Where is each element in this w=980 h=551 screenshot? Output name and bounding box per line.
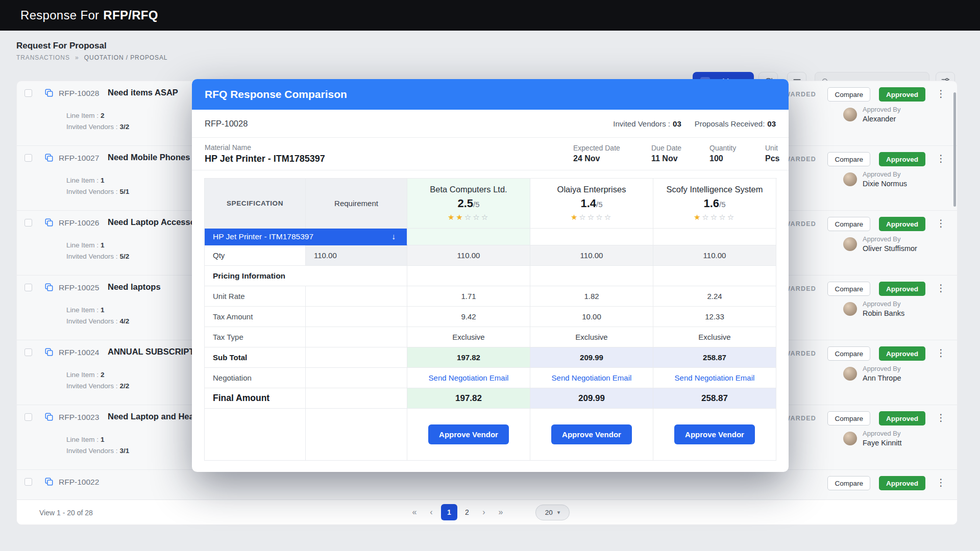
approved-by-block: Approved By Faye Kinnitt bbox=[863, 430, 902, 447]
copy-icon[interactable] bbox=[44, 347, 54, 359]
material-name-label: Material Name bbox=[205, 143, 251, 152]
row-checkbox[interactable] bbox=[24, 154, 32, 162]
next-page-button[interactable]: › bbox=[477, 504, 491, 520]
approver-avatar bbox=[843, 108, 857, 121]
approved-badge: Approved bbox=[879, 411, 925, 425]
page-title: Request For Proposal bbox=[16, 41, 107, 51]
approved-by-block: Approved By Dixie Normus bbox=[863, 170, 907, 188]
chevron-down-icon: ▾ bbox=[557, 509, 560, 516]
rfp-id[interactable]: RFP-10024 bbox=[59, 348, 99, 357]
copy-icon[interactable] bbox=[44, 218, 54, 229]
rfp-title[interactable]: Need Laptop and Hea bbox=[108, 412, 194, 421]
table-cell bbox=[407, 266, 530, 286]
copy-icon[interactable] bbox=[44, 88, 54, 99]
compare-button[interactable]: Compare bbox=[827, 152, 870, 166]
qty-label: Qty bbox=[205, 245, 306, 266]
approver-name: Faye Kinnitt bbox=[863, 439, 902, 447]
invited-vendors-info: Invited Vendors :4/2 bbox=[66, 317, 129, 325]
kebab-menu-icon[interactable]: ⋮ bbox=[936, 218, 946, 229]
row-checkbox[interactable] bbox=[24, 413, 32, 421]
rating-stars[interactable]: ★☆☆☆☆ bbox=[694, 213, 736, 222]
rfp-id[interactable]: RFP-10027 bbox=[59, 154, 99, 163]
scrollbar[interactable] bbox=[953, 92, 956, 207]
breadcrumb-separator-icon: » bbox=[75, 54, 79, 61]
row-checkbox[interactable] bbox=[24, 478, 32, 486]
send-negotiation-email-link[interactable]: Send Negotiation Email bbox=[530, 368, 653, 388]
pricing-section-label: Pricing Information bbox=[205, 266, 407, 286]
qty-value: 110.00 bbox=[407, 245, 530, 266]
rfp-title[interactable]: Need laptops bbox=[108, 282, 161, 292]
rating-stars[interactable]: ★★☆☆☆ bbox=[448, 213, 489, 222]
last-page-button[interactable]: » bbox=[494, 504, 508, 520]
specification-header: SPECIFICATION bbox=[205, 179, 306, 229]
compare-button[interactable]: Compare bbox=[827, 346, 870, 361]
app-window: Response For RFP/RFQ Request For Proposa… bbox=[0, 0, 980, 551]
final-amount-value: 197.82 bbox=[407, 388, 530, 409]
compare-button[interactable]: Compare bbox=[827, 87, 870, 102]
sub-total-value: 258.87 bbox=[653, 347, 776, 368]
copy-icon[interactable] bbox=[44, 412, 54, 423]
kebab-menu-icon[interactable]: ⋮ bbox=[936, 88, 946, 99]
rfp-title[interactable]: Need Mobile Phones bbox=[108, 153, 190, 162]
pagination-summary: View 1 - 20 of 28 bbox=[39, 509, 93, 517]
page-size-select[interactable]: 20 ▾ bbox=[535, 505, 570, 520]
approve-vendor-button[interactable]: Approve Vendor bbox=[428, 424, 509, 444]
row-checkbox[interactable] bbox=[24, 348, 32, 356]
prev-page-button[interactable]: ‹ bbox=[424, 504, 438, 520]
table-cell: Approve Vendor bbox=[530, 409, 653, 461]
unit-rate-value: 1.71 bbox=[407, 286, 530, 307]
vendor-rating: 2.5/5 bbox=[457, 197, 479, 210]
row-checkbox[interactable] bbox=[24, 284, 32, 291]
row-checkbox[interactable] bbox=[24, 89, 32, 97]
first-page-button[interactable]: « bbox=[407, 504, 422, 520]
copy-icon[interactable] bbox=[44, 283, 54, 294]
approver-name: Robin Banks bbox=[863, 309, 904, 317]
table-cell bbox=[306, 327, 407, 347]
approved-badge: Approved bbox=[879, 87, 925, 102]
rating-stars[interactable]: ★☆☆☆☆ bbox=[571, 213, 612, 222]
row-checkbox[interactable] bbox=[24, 219, 32, 227]
send-negotiation-email-link[interactable]: Send Negotiation Email bbox=[653, 368, 776, 388]
rfp-title[interactable]: ANNUAL SUBSCRIPTIO bbox=[108, 347, 203, 357]
rfp-id[interactable]: RFP-10023 bbox=[59, 413, 99, 422]
kebab-menu-icon[interactable]: ⋮ bbox=[936, 412, 946, 423]
rfp-title[interactable]: Need Laptop Accessor bbox=[108, 217, 199, 227]
breadcrumb-root[interactable]: TRANSACTIONS bbox=[16, 54, 70, 61]
compare-button[interactable]: Compare bbox=[827, 411, 870, 425]
approved-by-block: Approved By Oliver Stuffismor bbox=[863, 235, 917, 253]
approve-vendor-button[interactable]: Approve Vendor bbox=[551, 424, 632, 444]
rfp-title[interactable]: Need items ASAP bbox=[108, 88, 178, 97]
kebab-menu-icon[interactable]: ⋮ bbox=[936, 347, 946, 359]
kebab-menu-icon[interactable]: ⋮ bbox=[936, 477, 946, 488]
kebab-menu-icon[interactable]: ⋮ bbox=[936, 153, 946, 164]
send-negotiation-email-link[interactable]: Send Negotiation Email bbox=[407, 368, 530, 388]
page-1-button[interactable]: 1 bbox=[441, 504, 457, 520]
modal-summary-row: RFP-10028 Invited Vendors :03 Proposals … bbox=[192, 110, 789, 138]
kebab-menu-icon[interactable]: ⋮ bbox=[936, 283, 946, 294]
copy-icon[interactable] bbox=[44, 477, 54, 488]
sub-total-label: Sub Total bbox=[205, 347, 306, 368]
star-empty-icon: ☆☆☆ bbox=[464, 213, 489, 221]
table-cell bbox=[306, 368, 407, 388]
rfp-id[interactable]: RFP-10022 bbox=[59, 478, 99, 487]
invited-vendors-info: Invited Vendors :3/1 bbox=[66, 447, 129, 455]
rfp-id[interactable]: RFP-10026 bbox=[59, 218, 99, 228]
unit-rate-value: 2.24 bbox=[653, 286, 776, 307]
copy-icon[interactable] bbox=[44, 153, 54, 164]
table-cell bbox=[306, 347, 407, 368]
material-row-toggle[interactable]: HP Jet Printer - ITM1785397 ↓ bbox=[205, 229, 407, 245]
modal-counts: Invited Vendors :03 Proposals Received:0… bbox=[613, 119, 776, 128]
list-footer: View 1 - 20 of 28 « ‹ 1 2 › » 20 ▾ bbox=[17, 499, 957, 524]
unit-rate-value: 1.82 bbox=[530, 286, 653, 307]
approver-avatar bbox=[843, 302, 857, 316]
tax-type-value: Exclusive bbox=[530, 327, 653, 347]
compare-button[interactable]: Compare bbox=[827, 476, 870, 490]
rfp-id[interactable]: RFP-10025 bbox=[59, 283, 99, 292]
comparison-table: SPECIFICATION Requirement Beta Computers… bbox=[204, 178, 777, 461]
negotiation-label: Negotiation bbox=[205, 368, 306, 388]
compare-button[interactable]: Compare bbox=[827, 217, 870, 231]
page-2-button[interactable]: 2 bbox=[460, 504, 474, 520]
rfp-id[interactable]: RFP-10028 bbox=[59, 89, 99, 98]
compare-button[interactable]: Compare bbox=[827, 282, 870, 296]
approve-vendor-button[interactable]: Approve Vendor bbox=[674, 424, 755, 444]
